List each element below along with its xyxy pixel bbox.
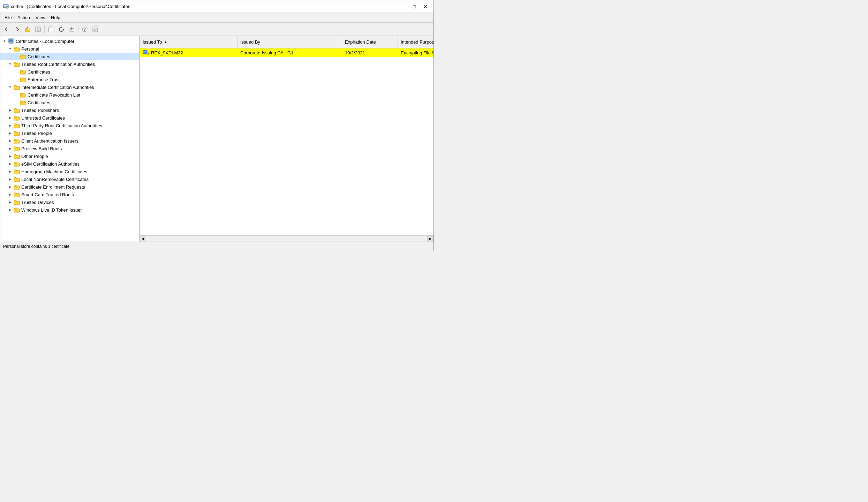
window-title: certlm - [Certificates - Local Computer\… <box>11 4 131 9</box>
export-button[interactable] <box>67 24 77 34</box>
folder-icon-intermediate-ca <box>14 84 20 90</box>
expand-preview-build[interactable]: ▶ <box>7 146 13 151</box>
tree-smart-card-label: Smart Card Trusted Roots <box>21 192 74 197</box>
expand-homegroup[interactable]: ▶ <box>7 169 13 174</box>
col-header-issued-by[interactable]: Issued By <box>237 36 342 48</box>
expand-client-auth[interactable]: ▶ <box>7 138 13 144</box>
copy-icon <box>48 26 54 32</box>
minimize-button[interactable]: — <box>398 2 408 11</box>
cert-expiration-0: 10/2/2021 <box>342 50 398 56</box>
tree-item-trusted-root[interactable]: ▼ Trusted Root Certification Authorities <box>0 60 139 68</box>
tree-item-trusted-root-certs[interactable]: ▶ Certificates <box>0 68 139 76</box>
svg-rect-64 <box>14 208 16 210</box>
tree-item-trusted-publishers[interactable]: ▶ Trusted Publishers <box>0 106 139 114</box>
back-button[interactable] <box>2 24 12 34</box>
tree-item-untrusted[interactable]: ▶ Untrusted Certificates <box>0 114 139 122</box>
svg-rect-5 <box>25 28 27 30</box>
expand-local-nonremovable[interactable]: ▶ <box>7 176 13 182</box>
tree-item-smart-card[interactable]: ▶ Smart Card Trusted Roots <box>0 191 139 198</box>
expand-root[interactable]: ▼ <box>2 38 7 44</box>
tree-item-intermediate-ca[interactable]: ▼ Intermediate Certification Authorities <box>0 83 139 91</box>
tree-item-preview-build[interactable]: ▶ Preview Build Roots <box>0 145 139 152</box>
tree-item-enterprise-trust[interactable]: ▶ Enterprise Trust <box>0 76 139 83</box>
tree-trusted-root-label: Trusted Root Certification Authorities <box>21 62 95 67</box>
menu-help[interactable]: Help <box>48 14 63 21</box>
expand-trusted-devices[interactable]: ▶ <box>7 199 13 205</box>
menu-view[interactable]: View <box>33 14 48 21</box>
up-button[interactable] <box>23 24 32 34</box>
folder-icon-crl <box>20 92 26 98</box>
tree-homegroup-label: Homegroup Machine Certificates <box>21 169 87 174</box>
col-header-purposes[interactable]: Intended Purposes <box>398 36 433 48</box>
copy-button[interactable] <box>46 24 56 34</box>
tree-item-intermediate-certs[interactable]: ▶ Certificates <box>0 99 139 106</box>
properties-button[interactable] <box>90 24 100 34</box>
expand-untrusted[interactable]: ▶ <box>7 115 13 121</box>
refresh-icon <box>59 26 64 32</box>
tree-third-party-label: Third-Party Root Certification Authoriti… <box>21 123 102 128</box>
svg-rect-40 <box>14 116 16 117</box>
tree-client-auth-label: Client Authentication Issuers <box>21 138 78 144</box>
folder-icon-other-people <box>14 153 20 159</box>
help-button[interactable]: ? <box>80 24 90 34</box>
close-button[interactable]: ✕ <box>420 2 431 11</box>
tree-item-cert-enrollment[interactable]: ▶ Certificate Enrollment Requests <box>0 183 139 191</box>
show-hide-button[interactable] <box>33 24 43 34</box>
expand-other-people[interactable]: ▶ <box>7 153 13 159</box>
tree-intermediate-ca-label: Intermediate Certification Authorities <box>21 85 94 90</box>
horizontal-scrollbar: ◀ ▶ <box>140 235 433 242</box>
tree-item-homegroup[interactable]: ▶ Homegroup Machine Certificates <box>0 168 139 175</box>
svg-rect-36 <box>20 101 23 102</box>
tree-item-client-auth[interactable]: ▶ Client Authentication Issuers <box>0 137 139 145</box>
scroll-track[interactable] <box>146 236 427 242</box>
scroll-left-button[interactable]: ◀ <box>140 236 146 242</box>
tree-item-personal[interactable]: ▼ Personal <box>0 45 139 53</box>
detail-pane: Issued To ▲ Issued By Expiration Date In… <box>140 36 433 242</box>
computer-icon <box>8 38 14 44</box>
folder-icon-enterprise <box>20 77 26 82</box>
tree-item-crl[interactable]: ▶ Certificate Revocation List <box>0 91 139 99</box>
tree-item-other-people[interactable]: ▶ Other People <box>0 152 139 160</box>
title-bar: certlm - [Certificates - Local Computer\… <box>0 0 433 13</box>
forward-button[interactable] <box>12 24 22 34</box>
menu-action[interactable]: Action <box>15 14 33 21</box>
tree-item-personal-certs[interactable]: ▶ Certificates <box>0 53 139 60</box>
expand-esim[interactable]: ▶ <box>7 161 13 167</box>
refresh-button[interactable] <box>56 24 66 34</box>
expand-trusted-root[interactable]: ▼ <box>7 61 13 67</box>
tree-pane: ▼ Certificates - Local Computer ▼ Person… <box>0 36 140 242</box>
expand-trusted-people[interactable]: ▶ <box>7 130 13 136</box>
svg-rect-44 <box>14 131 16 133</box>
cert-issued-to-0: REX_9XDLM32 <box>140 49 237 56</box>
maximize-button[interactable]: □ <box>409 2 420 11</box>
expand-third-party[interactable]: ▶ <box>7 123 13 128</box>
menu-file[interactable]: File <box>2 14 15 21</box>
tree-item-windows-live[interactable]: ▶ Windows Live ID Token Issuer <box>0 206 139 214</box>
expand-intermediate-ca[interactable]: ▼ <box>7 84 13 90</box>
expand-cert-enrollment[interactable]: ▶ <box>7 184 13 190</box>
cert-row-0[interactable]: REX_9XDLM32 Corporate Issuing CA - G1 10… <box>140 48 433 57</box>
col-header-expiration[interactable]: Expiration Date <box>342 36 398 48</box>
tree-crl-label: Certificate Revocation List <box>28 92 80 98</box>
tree-item-trusted-devices[interactable]: ▶ Trusted Devices <box>0 198 139 206</box>
cert-issued-to-text-0: REX_9XDLM32 <box>151 50 183 55</box>
svg-rect-16 <box>93 30 96 31</box>
expand-trusted-publishers[interactable]: ▶ <box>7 107 13 113</box>
tree-item-esim[interactable]: ▶ eSIM Certification Authorities <box>0 160 139 168</box>
tree-cert-enrollment-label: Certificate Enrollment Requests <box>21 184 85 190</box>
tree-item-third-party[interactable]: ▶ Third-Party Root Certification Authori… <box>0 122 139 129</box>
expand-windows-live[interactable]: ▶ <box>7 207 13 213</box>
tree-item-local-nonremovable[interactable]: ▶ Local NonRemovable Certificates <box>0 175 139 183</box>
tree-item-trusted-people[interactable]: ▶ Trusted People <box>0 129 139 137</box>
expand-personal[interactable]: ▼ <box>7 46 13 52</box>
col-header-issued-to[interactable]: Issued To ▲ <box>140 36 237 48</box>
sort-arrow: ▲ <box>164 40 167 44</box>
scroll-right-button[interactable]: ▶ <box>427 236 433 242</box>
tree-personal-label: Personal <box>21 46 39 52</box>
main-content: ▼ Certificates - Local Computer ▼ Person… <box>0 36 433 242</box>
cert-issued-by-0: Corporate Issuing CA - G1 <box>237 50 342 56</box>
expand-smart-card[interactable]: ▶ <box>7 192 13 197</box>
menu-bar: File Action View Help <box>0 13 433 23</box>
tree-item-root[interactable]: ▼ Certificates - Local Computer <box>0 37 139 45</box>
svg-rect-24 <box>20 55 23 56</box>
